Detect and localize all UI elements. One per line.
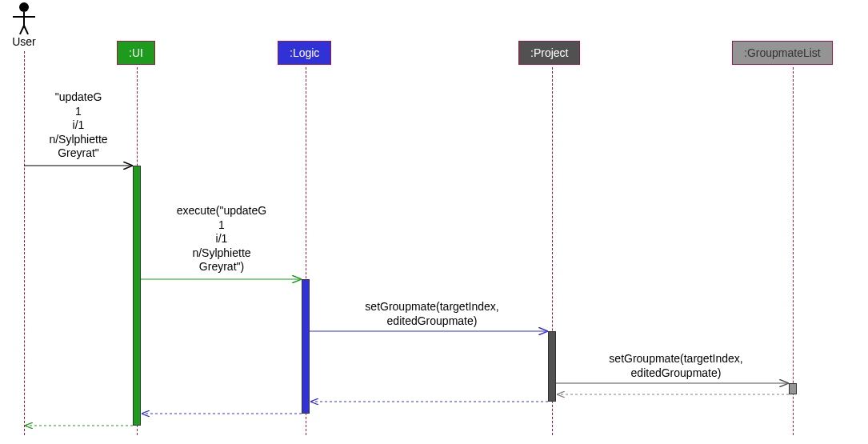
- arrow-user-to-ui: [0, 0, 868, 444]
